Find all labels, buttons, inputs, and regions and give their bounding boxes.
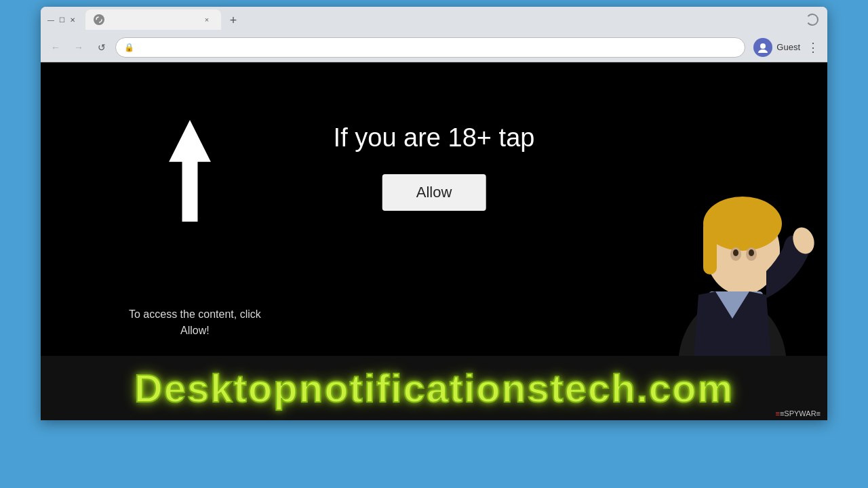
svg-rect-8 [703,220,717,274]
new-tab-button[interactable]: + [224,11,243,30]
arrow-up-icon [166,120,214,222]
svg-point-3 [758,49,768,53]
profile-area: Guest ⋮ [753,37,822,58]
window-controls: — ☐ ✕ [46,15,77,24]
svg-point-13 [733,249,738,256]
svg-point-14 [749,249,754,256]
title-bar: — ☐ ✕ × + [41,7,827,33]
tab-favicon [94,14,104,25]
svg-point-2 [760,43,766,49]
browser-window: — ☐ ✕ × + ← → [41,7,827,420]
forward-button[interactable]: → [69,38,88,57]
back-button[interactable]: ← [46,38,65,57]
tab-close-button[interactable]: × [201,14,213,26]
maximize-button[interactable]: ☐ [57,15,66,24]
svg-point-1 [807,14,818,25]
close-button[interactable]: ✕ [68,15,77,24]
allow-button[interactable]: Allow [382,174,486,211]
tab-bar: × + [85,9,803,30]
svg-marker-4 [169,120,211,222]
loading-indicator [806,13,819,26]
toolbar: ← → ↺ 🔒 Guest ⋮ [41,33,827,62]
address-bar[interactable]: 🔒 [115,37,745,58]
profile-avatar[interactable] [753,38,772,57]
browser-menu-button[interactable]: ⋮ [804,37,822,58]
profile-label: Guest [776,42,800,52]
active-tab[interactable]: × [85,9,221,30]
bottom-banner: Desktopnotificationstech.com ≡≡SPYWAR≡ [41,356,827,420]
banner-text: Desktopnotificationstech.com [134,365,734,411]
sub-text: To access the content, click Allow! [129,306,261,339]
lock-icon: 🔒 [124,43,134,52]
page-content: If you are 18+ tap Allow To access the c… [41,62,827,420]
svg-point-0 [96,17,102,22]
main-heading: If you are 18+ tap [334,123,535,152]
minimize-button[interactable]: — [46,15,56,24]
reload-button[interactable]: ↺ [92,38,111,57]
spyware-badge: ≡≡SPYWAR≡ [775,409,821,418]
